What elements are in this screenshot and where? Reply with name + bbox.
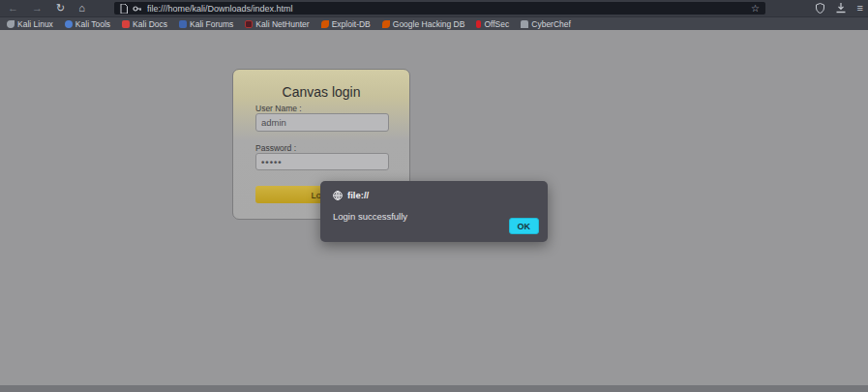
reload-icon[interactable]: ↻ [56,3,65,14]
globe-icon [333,191,343,200]
bookmark-cyberchef[interactable]: CyberChef [521,19,571,29]
bookmark-kali-linux[interactable]: Kali Linux [7,19,53,29]
bottom-edge-strip [0,385,868,392]
bookmark-star-icon[interactable]: ☆ [751,3,760,14]
bookmark-kali-tools[interactable]: Kali Tools [65,19,110,29]
login-card-title: Canvas login [233,84,409,100]
bookmark-label: CyberChef [531,19,571,29]
bookmark-label: Google Hacking DB [393,19,465,29]
kali-linux-icon [7,20,15,28]
bookmark-label: Kali Linux [17,19,53,29]
exploit-db-icon [321,20,329,28]
bookmark-exploit-db[interactable]: Exploit-DB [321,19,371,29]
url-text[interactable]: file:///home/kali/Downloads/index.html [147,4,751,14]
kali-forums-icon [179,20,187,28]
bookmarks-bar: Kali Linux Kali Tools Kali Docs Kali For… [0,16,868,30]
bookmark-label: Kali NetHunter [255,19,309,29]
alert-message: Login successfully [333,211,407,222]
bookmark-label: Kali Forums [190,19,233,29]
username-input[interactable] [255,113,389,132]
username-label: User Name : [255,104,302,113]
kali-tools-icon [65,20,73,28]
back-icon[interactable]: ← [8,3,18,14]
url-bar[interactable]: file:///home/kali/Downloads/index.html ☆ [114,2,765,15]
downloads-icon[interactable] [836,3,846,14]
page-content: Canvas login User Name : Password : Logi… [0,30,868,385]
alert-dialog-header: file:// [333,190,369,200]
bookmark-label: Kali Tools [75,19,110,29]
kali-nethunter-icon [245,20,253,28]
ok-button[interactable]: OK [509,218,540,234]
password-input[interactable] [255,153,389,170]
page-document-icon [120,4,128,14]
bookmark-kali-docs[interactable]: Kali Docs [122,19,167,29]
toolbar-right-icons: ≡ [816,0,863,16]
password-label: Password : [255,143,296,153]
menu-hamburger-icon[interactable]: ≡ [857,3,863,14]
forward-icon[interactable]: → [32,3,43,14]
bookmark-label: Exploit-DB [332,19,371,29]
google-hacking-db-icon [382,20,390,28]
cyberchef-icon [521,20,528,28]
browser-toolbar: ← → ↻ ⌂ file:///home/kali/Downloads/inde… [0,0,868,16]
bookmark-label: Kali Docs [133,19,167,29]
account-shield-icon[interactable] [816,3,824,14]
alert-dialog: file:// Login successfully OK [320,181,548,242]
browser-window: ← → ↻ ⌂ file:///home/kali/Downloads/inde… [0,0,868,392]
bookmark-google-hacking-db[interactable]: Google Hacking DB [382,19,465,29]
bookmark-offsec[interactable]: OffSec [476,19,509,29]
bookmark-kali-nethunter[interactable]: Kali NetHunter [245,19,309,29]
offsec-icon [476,20,481,28]
nav-buttons: ← → ↻ ⌂ [8,0,85,16]
alert-origin: file:// [347,190,369,200]
saved-password-key-icon[interactable] [133,5,142,13]
home-icon[interactable]: ⌂ [78,3,85,14]
kali-docs-icon [122,20,130,28]
bookmark-kali-forums[interactable]: Kali Forums [179,19,233,29]
bookmark-label: OffSec [484,19,509,29]
